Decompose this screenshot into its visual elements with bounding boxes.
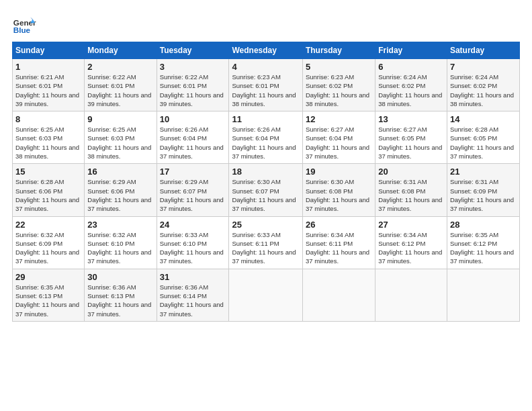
cell-info: Sunrise: 6:36 AM Sunset: 6:14 PM Dayligh… [160,283,226,318]
calendar-cell: 15 Sunrise: 6:28 AM Sunset: 6:06 PM Dayl… [13,164,85,216]
day-number: 16 [87,167,153,177]
calendar-cell: 4 Sunrise: 6:23 AM Sunset: 6:01 PM Dayli… [229,59,302,111]
cell-info: Sunrise: 6:33 AM Sunset: 6:11 PM Dayligh… [232,230,299,266]
cell-info: Sunrise: 6:24 AM Sunset: 6:02 PM Dayligh… [450,73,517,108]
day-number: 31 [160,272,226,282]
calendar-cell: 25 Sunrise: 6:33 AM Sunset: 6:11 PM Dayl… [229,216,302,269]
day-number: 2 [87,62,153,72]
cell-info: Sunrise: 6:35 AM Sunset: 6:13 PM Dayligh… [15,283,81,318]
day-number: 1 [15,62,81,72]
cell-info: Sunrise: 6:33 AM Sunset: 6:10 PM Dayligh… [160,230,226,266]
calendar-cell [447,269,519,321]
cell-info: Sunrise: 6:25 AM Sunset: 6:03 PM Dayligh… [87,125,153,161]
weekday-header-friday: Friday [375,42,447,59]
day-number: 9 [87,114,153,124]
day-number: 5 [306,62,372,72]
weekday-header-wednesday: Wednesday [229,42,302,59]
day-number: 6 [378,62,444,72]
weekday-header-monday: Monday [85,42,157,59]
day-number: 10 [160,114,226,124]
cell-info: Sunrise: 6:26 AM Sunset: 6:04 PM Dayligh… [232,125,299,161]
cell-info: Sunrise: 6:32 AM Sunset: 6:09 PM Dayligh… [15,230,81,266]
cell-info: Sunrise: 6:35 AM Sunset: 6:12 PM Dayligh… [450,230,517,266]
day-number: 15 [15,167,81,177]
calendar-cell: 10 Sunrise: 6:26 AM Sunset: 6:04 PM Dayl… [157,111,229,164]
cell-info: Sunrise: 6:24 AM Sunset: 6:02 PM Dayligh… [378,73,444,108]
calendar-cell: 2 Sunrise: 6:22 AM Sunset: 6:01 PM Dayli… [85,59,157,111]
svg-text:Blue: Blue [13,26,31,34]
calendar-cell: 28 Sunrise: 6:35 AM Sunset: 6:12 PM Dayl… [447,216,519,269]
calendar-cell: 23 Sunrise: 6:32 AM Sunset: 6:10 PM Dayl… [85,216,157,269]
day-number: 29 [15,272,81,282]
calendar-cell: 26 Sunrise: 6:34 AM Sunset: 6:11 PM Dayl… [302,216,375,269]
logo: General Blue [12,12,36,36]
cell-info: Sunrise: 6:22 AM Sunset: 6:01 PM Dayligh… [87,73,153,108]
calendar-cell: 17 Sunrise: 6:29 AM Sunset: 6:07 PM Dayl… [157,164,229,216]
cell-info: Sunrise: 6:23 AM Sunset: 6:01 PM Dayligh… [232,73,299,108]
day-number: 22 [15,220,81,230]
logo-icon: General Blue [12,12,36,36]
day-number: 27 [378,220,444,230]
day-number: 12 [306,114,372,124]
day-number: 14 [450,114,517,124]
cell-info: Sunrise: 6:21 AM Sunset: 6:01 PM Dayligh… [15,73,81,108]
calendar-cell: 29 Sunrise: 6:35 AM Sunset: 6:13 PM Dayl… [13,269,85,321]
cell-info: Sunrise: 6:32 AM Sunset: 6:10 PM Dayligh… [87,230,153,266]
calendar-cell: 24 Sunrise: 6:33 AM Sunset: 6:10 PM Dayl… [157,216,229,269]
calendar-table: SundayMondayTuesdayWednesdayThursdayFrid… [12,42,520,322]
calendar-cell: 18 Sunrise: 6:30 AM Sunset: 6:07 PM Dayl… [229,164,302,216]
calendar-cell: 8 Sunrise: 6:25 AM Sunset: 6:03 PM Dayli… [13,111,85,164]
calendar-cell [375,269,447,321]
day-number: 30 [87,272,153,282]
day-number: 3 [160,62,226,72]
cell-info: Sunrise: 6:27 AM Sunset: 6:04 PM Dayligh… [306,125,372,161]
cell-info: Sunrise: 6:29 AM Sunset: 6:06 PM Dayligh… [87,177,153,213]
calendar-cell: 1 Sunrise: 6:21 AM Sunset: 6:01 PM Dayli… [13,59,85,111]
calendar-cell: 21 Sunrise: 6:31 AM Sunset: 6:09 PM Dayl… [447,164,519,216]
cell-info: Sunrise: 6:34 AM Sunset: 6:11 PM Dayligh… [306,230,372,266]
day-number: 17 [160,167,226,177]
cell-info: Sunrise: 6:29 AM Sunset: 6:07 PM Dayligh… [160,177,226,213]
day-number: 20 [378,167,444,177]
cell-info: Sunrise: 6:30 AM Sunset: 6:08 PM Dayligh… [306,177,372,213]
calendar-cell: 12 Sunrise: 6:27 AM Sunset: 6:04 PM Dayl… [302,111,375,164]
cell-info: Sunrise: 6:31 AM Sunset: 6:08 PM Dayligh… [378,177,444,213]
calendar-cell: 9 Sunrise: 6:25 AM Sunset: 6:03 PM Dayli… [85,111,157,164]
calendar-cell: 14 Sunrise: 6:28 AM Sunset: 6:05 PM Dayl… [447,111,519,164]
cell-info: Sunrise: 6:36 AM Sunset: 6:13 PM Dayligh… [87,283,153,318]
weekday-header-tuesday: Tuesday [157,42,229,59]
day-number: 8 [15,114,81,124]
weekday-header-thursday: Thursday [302,42,375,59]
cell-info: Sunrise: 6:22 AM Sunset: 6:01 PM Dayligh… [160,73,226,108]
day-number: 18 [232,167,299,177]
calendar-cell: 11 Sunrise: 6:26 AM Sunset: 6:04 PM Dayl… [229,111,302,164]
calendar-cell [229,269,302,321]
day-number: 23 [87,220,153,230]
calendar-cell: 19 Sunrise: 6:30 AM Sunset: 6:08 PM Dayl… [302,164,375,216]
calendar-cell: 30 Sunrise: 6:36 AM Sunset: 6:13 PM Dayl… [85,269,157,321]
day-number: 19 [306,167,372,177]
calendar-cell: 31 Sunrise: 6:36 AM Sunset: 6:14 PM Dayl… [157,269,229,321]
calendar-cell: 13 Sunrise: 6:27 AM Sunset: 6:05 PM Dayl… [375,111,447,164]
day-number: 21 [450,167,517,177]
weekday-header-saturday: Saturday [447,42,519,59]
day-number: 4 [232,62,299,72]
calendar-cell: 3 Sunrise: 6:22 AM Sunset: 6:01 PM Dayli… [157,59,229,111]
calendar-cell: 5 Sunrise: 6:23 AM Sunset: 6:02 PM Dayli… [302,59,375,111]
day-number: 13 [378,114,444,124]
cell-info: Sunrise: 6:25 AM Sunset: 6:03 PM Dayligh… [15,125,81,161]
weekday-header-sunday: Sunday [13,42,85,59]
calendar-cell: 20 Sunrise: 6:31 AM Sunset: 6:08 PM Dayl… [375,164,447,216]
day-number: 11 [232,114,299,124]
calendar-cell: 16 Sunrise: 6:29 AM Sunset: 6:06 PM Dayl… [85,164,157,216]
cell-info: Sunrise: 6:30 AM Sunset: 6:07 PM Dayligh… [232,177,299,213]
cell-info: Sunrise: 6:31 AM Sunset: 6:09 PM Dayligh… [450,177,517,213]
calendar-cell [302,269,375,321]
calendar-cell: 7 Sunrise: 6:24 AM Sunset: 6:02 PM Dayli… [447,59,519,111]
page-header: General Blue [12,12,520,36]
cell-info: Sunrise: 6:23 AM Sunset: 6:02 PM Dayligh… [306,73,372,108]
day-number: 7 [450,62,517,72]
cell-info: Sunrise: 6:26 AM Sunset: 6:04 PM Dayligh… [160,125,226,161]
day-number: 25 [232,220,299,230]
cell-info: Sunrise: 6:27 AM Sunset: 6:05 PM Dayligh… [378,125,444,161]
